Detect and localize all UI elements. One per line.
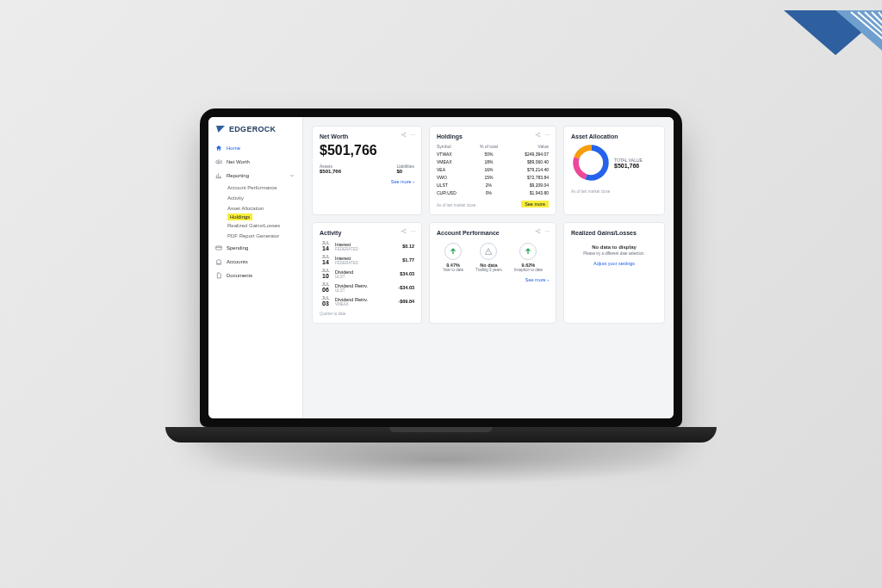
sidebar-item-documents[interactable]: Documents — [208, 269, 302, 282]
svg-point-14 — [414, 134, 415, 135]
sidebar-sub-account-performance[interactable]: Account Performance — [227, 183, 302, 193]
svg-point-17 — [539, 136, 540, 137]
main-content: Net Worth $501,766 Assets$501,766 Liabil… — [303, 117, 674, 418]
chart-icon — [215, 172, 222, 179]
svg-point-36 — [549, 231, 550, 232]
laptop-base — [165, 427, 717, 443]
holdings-footnote: As of last market close — [437, 203, 475, 207]
chevron-down-icon — [289, 172, 295, 179]
sidebar-item-label: Net Worth — [227, 159, 250, 164]
document-icon — [215, 272, 222, 279]
table-row[interactable]: ULST2%$9,209.04 — [437, 181, 549, 189]
more-icon[interactable] — [410, 228, 416, 234]
list-item[interactable]: JUL14InterestFEDERATED$0.12 — [320, 239, 414, 253]
share-icon[interactable] — [535, 228, 541, 234]
see-more-link[interactable]: See more › — [437, 277, 549, 282]
sidebar-item-networth[interactable]: Net Worth — [208, 155, 302, 169]
svg-point-28 — [411, 231, 412, 232]
svg-point-18 — [545, 134, 546, 135]
sidebar-item-home[interactable]: Home — [208, 141, 302, 155]
svg-point-34 — [545, 231, 546, 232]
card-title: Realized Gains/Losses — [571, 230, 657, 236]
sidebar-sub-holdings[interactable]: Holdings — [227, 214, 252, 220]
svg-point-32 — [539, 229, 540, 230]
svg-point-12 — [411, 134, 412, 135]
rgl-headline: No data to display — [571, 244, 657, 250]
more-icon[interactable] — [410, 132, 416, 138]
card-networth: Net Worth $501,766 Assets$501,766 Liabil… — [312, 126, 422, 215]
arrow-up-icon — [444, 243, 462, 260]
donut-center-label: TOTAL VALUE — [614, 158, 643, 163]
holdings-table: Symbol% of totalValue VTWAX50%$249,394.0… — [437, 143, 549, 196]
activity-list: JUL14InterestFEDERATED$0.12 JUL14Interes… — [320, 239, 414, 308]
table-row[interactable]: VTWAX50%$249,394.07 — [437, 150, 549, 158]
page-corner-logo — [784, 10, 882, 91]
donut-center-value: $501,766 — [614, 163, 643, 169]
svg-rect-8 — [216, 246, 222, 250]
allocation-footnote: As of last market close — [571, 189, 657, 194]
value-assets: $501,766 — [320, 169, 341, 174]
svg-point-35 — [547, 231, 548, 232]
list-item[interactable]: JUL06Dividend Reinv.ULST-$34.03 — [320, 281, 414, 294]
svg-point-20 — [549, 134, 550, 135]
svg-point-33 — [539, 232, 540, 233]
card-holdings: Holdings Symbol% of totalValue VTWAX50%$… — [429, 126, 556, 215]
svg-point-25 — [401, 231, 402, 232]
sidebar-sub-realized-gl[interactable]: Realized Gains/Losses — [227, 220, 302, 231]
sidebar-sub-pdf-report[interactable]: PDF Report Generator — [227, 231, 302, 241]
svg-point-30 — [414, 231, 415, 232]
more-icon[interactable] — [544, 132, 550, 138]
sidebar-item-label: Documents — [227, 273, 252, 278]
card-title: Asset Allocation — [571, 133, 657, 139]
sidebar-item-reporting[interactable]: Reporting — [208, 169, 302, 183]
see-more-link[interactable]: See more › — [320, 179, 414, 184]
list-item[interactable]: JUL10DividendULST$34.03 — [320, 267, 414, 281]
col-pct: % of total — [472, 143, 505, 150]
svg-point-10 — [405, 133, 406, 133]
brand-name: EDGEROCK — [229, 125, 276, 133]
svg-point-19 — [547, 134, 548, 135]
rgl-sub: Please try a different date selection. — [571, 251, 657, 256]
card-allocation: Asset Allocation TOTAL VALUE — [563, 126, 665, 215]
table-row[interactable]: VEA16%$79,214.40 — [437, 165, 549, 173]
sidebar-item-label: Home — [227, 145, 240, 151]
svg-point-9 — [401, 134, 402, 135]
scale-icon — [215, 158, 222, 165]
sidebar-item-accounts[interactable]: Accounts — [208, 255, 302, 269]
credit-card-icon — [215, 244, 222, 251]
sidebar-sub-asset-allocation[interactable]: Asset Allocation — [227, 203, 302, 214]
networth-value: $501,766 — [320, 143, 414, 158]
perf-3y: No dataTrailing 3 years — [475, 243, 502, 272]
table-row[interactable]: VMEAX18%$89,060.40 — [437, 158, 549, 165]
dashboard: EDGEROCK Home Net Worth — [208, 117, 674, 418]
more-icon[interactable] — [544, 228, 550, 234]
see-more-link[interactable]: See more — [521, 201, 549, 207]
sidebar: EDGEROCK Home Net Worth — [208, 117, 303, 418]
perf-inception: 9.62%Inception to date — [514, 243, 543, 272]
share-icon[interactable] — [535, 132, 541, 138]
sidebar-item-spending[interactable]: Spending — [208, 241, 302, 255]
col-symbol: Symbol — [437, 143, 472, 150]
home-icon — [215, 145, 222, 152]
card-realized-gl: Realized Gains/Losses No data to display… — [563, 222, 665, 324]
sidebar-sub-activity[interactable]: Activity — [227, 193, 302, 203]
svg-point-11 — [405, 136, 406, 137]
perf-ytd: 9.47%Year to date — [443, 243, 463, 272]
sidebar-reporting-submenu: Account Performance Activity Asset Alloc… — [208, 183, 302, 241]
list-item[interactable]: JUL14InterestFEDERATED$1.77 — [320, 253, 414, 267]
svg-point-13 — [413, 134, 413, 135]
svg-point-27 — [405, 232, 406, 233]
arrow-up-icon — [519, 243, 537, 260]
adjust-settings-link[interactable]: Adjust your settings — [571, 261, 657, 266]
table-row[interactable]: CUR:USD0%$1,943.80 — [437, 189, 549, 196]
svg-point-15 — [536, 134, 537, 135]
allocation-donut-chart — [571, 143, 611, 183]
value-liabilities: $0 — [396, 169, 414, 174]
share-icon[interactable] — [401, 132, 407, 138]
list-item[interactable]: JUL03Dividend Reinv.VMEAX-$69.84 — [320, 294, 414, 308]
table-row[interactable]: VWO15%$72,783.84 — [437, 173, 549, 181]
card-performance: Account Performance 9.47%Year to date No… — [429, 222, 556, 324]
svg-point-26 — [405, 229, 406, 230]
sidebar-item-label: Spending — [227, 245, 248, 251]
share-icon[interactable] — [401, 228, 407, 234]
